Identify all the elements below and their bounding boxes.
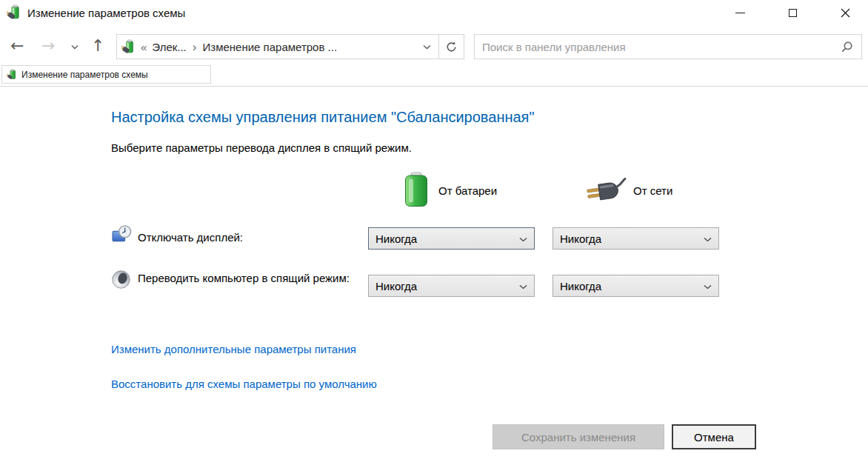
display-clock-icon: [112, 224, 132, 244]
close-button[interactable]: [834, 3, 856, 22]
breadcrumb-separator-icon: ›: [193, 41, 197, 53]
search-input[interactable]: [475, 41, 841, 53]
up-button[interactable]: ↑: [91, 36, 104, 56]
page-title: Настройка схемы управления питанием "Сба…: [111, 109, 535, 126]
minimize-button[interactable]: [729, 3, 751, 22]
link-restore-default-settings[interactable]: Восстановить для схемы параметры по умол…: [111, 378, 377, 390]
breadcrumb-collapse[interactable]: «: [141, 41, 147, 53]
battery-icon: [404, 172, 429, 207]
combo-display-plugged-in[interactable]: Никогда: [552, 227, 719, 250]
row-label-sleep: Переводить компьютер в спящий режим:: [138, 269, 364, 288]
minimize-icon: [735, 13, 745, 13]
save-changes-button[interactable]: Сохранить изменения: [493, 424, 664, 449]
forward-button[interactable]: →: [41, 36, 55, 56]
tab-label: Изменение параметров схемы: [21, 70, 148, 80]
close-icon: [841, 8, 850, 18]
chevron-down-icon: [423, 44, 431, 50]
recent-pages-button[interactable]: [71, 44, 79, 50]
chevron-down-icon: [519, 284, 527, 290]
chevron-down-icon: [519, 237, 527, 242]
column-label-plugged-in: От сети: [633, 184, 672, 197]
maximize-icon: [789, 9, 797, 17]
cancel-button[interactable]: Отмена: [672, 424, 756, 449]
breadcrumb-segment-current[interactable]: Изменение параметров ...: [202, 41, 337, 53]
column-label-on-battery: От батареи: [438, 184, 497, 197]
combo-value: Никогда: [560, 280, 601, 292]
combo-value: Никогда: [560, 232, 601, 245]
search-icon[interactable]: [841, 41, 853, 53]
tab-power-plan-settings[interactable]: Изменение параметров схемы: [1, 65, 211, 84]
search-box: [474, 34, 862, 59]
power-plan-icon: [121, 39, 136, 54]
combo-display-on-battery[interactable]: Никогда: [368, 227, 535, 250]
chevron-down-icon: [71, 44, 79, 50]
address-bar[interactable]: « Элек... › Изменение параметров ...: [116, 34, 464, 59]
page-subtitle: Выберите параметры перевода дисплея в сп…: [111, 141, 412, 154]
power-plan-icon: [7, 69, 18, 80]
combo-sleep-plugged-in[interactable]: Никогда: [552, 275, 719, 297]
row-label-turn-off-display: Отключать дисплей:: [138, 231, 243, 244]
back-button[interactable]: ←: [10, 36, 24, 56]
combo-sleep-on-battery[interactable]: Никогда: [368, 275, 535, 297]
chevron-down-icon: [704, 284, 712, 290]
refresh-icon: [445, 41, 458, 53]
divider: [0, 86, 868, 87]
window-title: Изменение параметров схемы: [27, 7, 185, 19]
address-dropdown-button[interactable]: [415, 44, 438, 50]
plug-icon: [587, 178, 628, 204]
combo-value: Никогда: [375, 280, 417, 292]
chevron-down-icon: [704, 237, 712, 242]
power-plan-icon: [7, 4, 22, 20]
moon-icon: [111, 270, 131, 290]
refresh-button[interactable]: [439, 35, 464, 58]
combo-value: Никогда: [375, 232, 417, 245]
maximize-button[interactable]: [781, 3, 804, 22]
link-advanced-power-settings[interactable]: Изменить дополнительные параметры питани…: [111, 343, 356, 355]
breadcrumb-segment-parent[interactable]: Элек...: [152, 41, 186, 53]
